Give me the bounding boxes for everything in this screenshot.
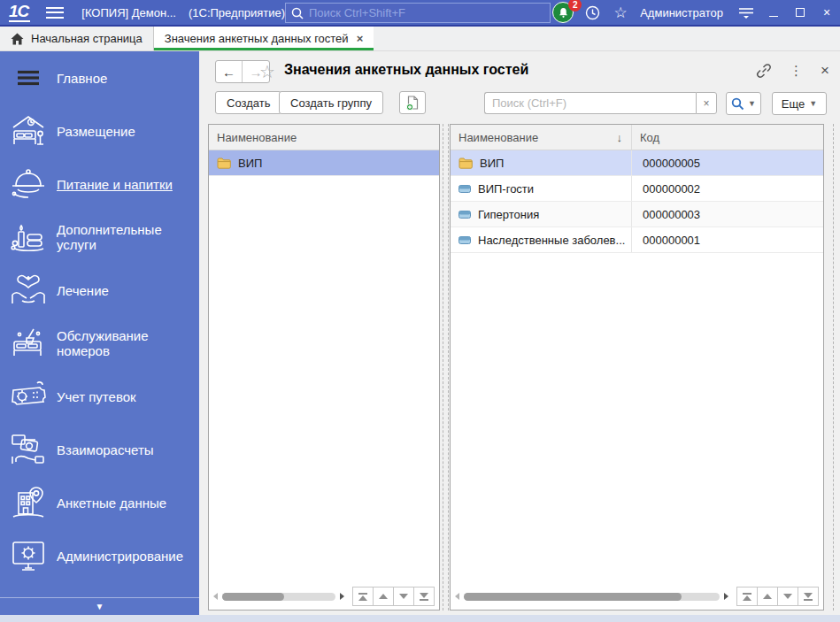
search-options-button[interactable]: ▼ [726,92,761,115]
item-icon [459,236,471,244]
more-menu-button[interactable]: ⋮ [790,63,803,79]
values-table-header: Наименование ↓ Код [451,125,823,150]
panel-splitter-right[interactable] [828,124,840,610]
row-name: Гипертония [478,208,539,221]
main-menu-icon[interactable] [46,7,64,19]
favorites-button[interactable]: ☆ [606,0,635,25]
create-button[interactable]: Создать [215,91,281,114]
get-link-button[interactable] [756,63,772,79]
go-last-button[interactable] [798,587,819,606]
form-toolbar: Создать Создать группу × ▼ Еще ▼ [199,91,840,115]
sidebar-item-settlements[interactable]: Взаиморасчеты [0,423,199,476]
search-icon [731,97,744,111]
tab-home[interactable]: Начальная страница [0,27,154,50]
sidebar-item-label: Взаиморасчеты [57,442,154,457]
global-search-input[interactable] [309,6,544,19]
close-form-button[interactable]: × [821,62,829,80]
tab-close-icon[interactable]: × [357,32,364,45]
money-hands-icon [0,432,57,467]
table-row[interactable]: ВИП [209,150,439,176]
minimize-button[interactable] [760,0,787,25]
service-menu-button[interactable] [732,0,760,25]
row-navigation-group [353,587,435,606]
sidebar-item-housekeeping[interactable]: Обслуживание номеров [0,317,199,370]
tab-active[interactable]: Значения анкетных данных гостей × [154,27,374,50]
tab-bar: Начальная страница Значения анкетных дан… [0,27,840,51]
back-button[interactable]: ← [216,61,243,82]
sort-descending-icon: ↓ [617,131,623,144]
go-previous-button[interactable] [373,587,394,606]
column-header-code[interactable]: Код [632,125,823,150]
minimize-icon [769,16,778,17]
sidebar-item-food[interactable]: Питание и напитки [0,157,199,211]
scroll-left-icon[interactable] [213,593,218,600]
more-actions-button[interactable]: Еще ▼ [772,92,827,115]
menu-icon [0,70,57,86]
item-icon [459,211,471,219]
sidebar-item-administration[interactable]: Администрирование [0,529,199,582]
go-next-button[interactable] [393,587,414,606]
history-button[interactable] [578,0,606,25]
close-window-button[interactable]: × [813,0,840,25]
sidebar-item-label: Дополнительные услуги [57,222,199,252]
clear-search-button[interactable]: × [696,92,717,114]
values-panel-footer [451,583,823,610]
chevron-down-icon: ▼ [748,99,756,108]
horizontal-scrollbar[interactable] [213,593,344,601]
kebab-icon: ⋮ [790,63,803,79]
building-pin-icon [0,484,57,521]
table-row[interactable]: ВИП-гости 000000002 [451,176,823,202]
sidebar-item-treatment[interactable]: Лечение [0,264,199,317]
search-icon [291,7,304,19]
row-navigation-group [737,587,819,606]
column-header-name[interactable]: Наименование [209,125,297,150]
groups-table-header[interactable]: Наименование [209,125,439,150]
panel-splitter[interactable] [440,124,450,610]
table-row[interactable]: Гипертония 000000003 [451,202,823,227]
go-first-button[interactable] [736,587,758,606]
add-to-favorites-button[interactable]: ☆ [259,61,275,82]
go-last-button[interactable] [413,587,435,606]
values-panel: Наименование ↓ Код ВИП 000000005 ВИП-гос… [450,124,824,610]
maximize-button[interactable] [787,0,813,25]
star-icon: ☆ [614,4,628,22]
sidebar-item-profile-data[interactable]: Анкетные данные [0,476,199,529]
sidebar-item-label: Администрирование [57,549,183,564]
list-search-input[interactable] [484,92,696,114]
ticket-icon [0,380,57,413]
row-code: 000000001 [632,227,823,252]
window-title: [КОПИЯ] Демон...(1С:Предприятие) [81,6,285,19]
sidebar-item-services[interactable]: Дополнительные услуги [0,211,199,264]
folder-icon [459,157,473,169]
row-name: ВИП [238,157,262,170]
scroll-right-icon[interactable] [340,593,344,600]
column-header-name[interactable]: Наименование ↓ [451,125,632,150]
row-name: Наследственные заболев... [478,234,625,247]
create-by-copy-button[interactable] [399,91,426,114]
maximize-icon [796,8,805,17]
sidebar-item-main[interactable]: Главное [0,51,199,104]
go-first-button[interactable] [352,587,374,606]
chevron-down-icon: ▼ [809,99,817,108]
sidebar-collapse-button[interactable]: ▼ [0,597,199,615]
horizontal-scrollbar[interactable] [455,593,728,601]
row-code: 000000005 [632,150,823,175]
scroll-right-icon[interactable] [724,593,728,600]
page-title: Значения анкетных данных гостей [284,62,528,78]
go-previous-button[interactable] [757,587,778,606]
link-icon [756,63,772,79]
global-search[interactable] [285,3,551,23]
row-name: ВИП-гости [478,182,534,196]
notifications-button[interactable]: 2 [551,1,578,24]
sidebar-item-vouchers[interactable]: Учет путевок [0,370,199,423]
create-group-button[interactable]: Создать группу [279,91,383,114]
housekeeping-icon [0,326,57,361]
table-row[interactable]: ВИП 000000005 [451,150,823,176]
user-menu[interactable]: Администратор [640,6,723,19]
scroll-left-icon[interactable] [455,593,459,600]
sidebar-item-label: Анкетные данные [57,495,166,511]
table-row[interactable]: Наследственные заболев... 000000001 [451,227,823,253]
admin-monitor-gear-icon [0,538,57,573]
sidebar-item-accommodation[interactable]: Размещение [0,104,199,157]
go-next-button[interactable] [777,587,798,606]
